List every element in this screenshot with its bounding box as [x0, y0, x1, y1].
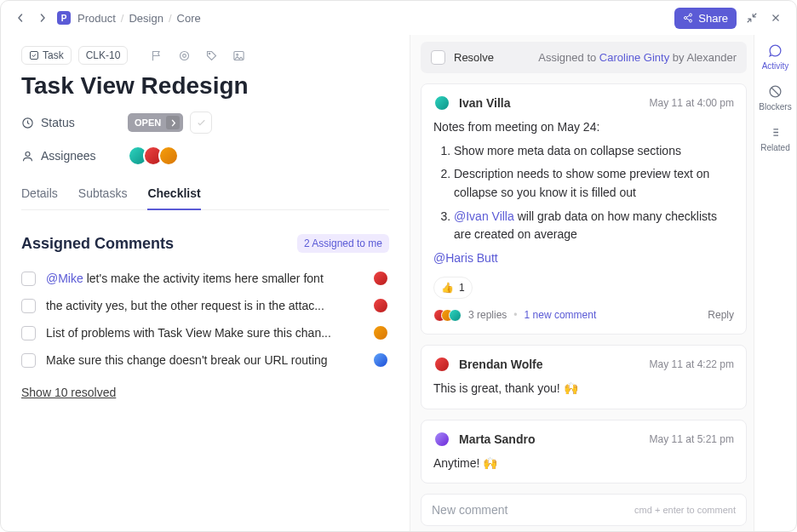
checkbox[interactable] [21, 299, 36, 313]
comment-card: Marta Sandro May 11 at 5:21 pm Anytime! … [421, 420, 747, 484]
assigned-count-badge[interactable]: 2 Assigned to me [297, 234, 389, 253]
crumb-product[interactable]: Product [77, 12, 116, 25]
assignee-avatars[interactable] [128, 146, 179, 166]
comment-list: Show more meta data on collapse sections… [433, 142, 734, 244]
nav-back[interactable] [13, 10, 28, 26]
svg-point-4 [180, 51, 188, 60]
task-type-pill[interactable]: Task [21, 46, 72, 65]
assigned-comments-heading: Assigned Comments [21, 235, 174, 253]
breadcrumb[interactable]: Product / Design / Core [77, 12, 201, 25]
new-comment-link[interactable]: 1 new comment [525, 307, 597, 323]
avatar[interactable] [433, 356, 450, 373]
show-resolved-link[interactable]: Show 10 resolved [21, 386, 116, 399]
comment-author[interactable]: Marta Sandro [459, 432, 535, 446]
compose-placeholder: New comment [432, 503, 507, 517]
comment-time: May 11 at 5:21 pm [650, 433, 734, 445]
checkbox[interactable] [21, 353, 36, 368]
status-next-icon[interactable] [166, 116, 180, 129]
resolve-bar: Resolve Assigned to Caroline Ginty by Al… [421, 42, 747, 73]
crumb-core[interactable]: Core [177, 12, 201, 25]
resolve-checkbox[interactable] [431, 50, 445, 65]
rail-related[interactable]: Related [760, 125, 789, 152]
assignees-label: Assignees [21, 149, 128, 163]
svg-point-1 [685, 17, 687, 20]
dependency-icon[interactable] [174, 45, 194, 66]
reaction-emoji: 👍 [441, 280, 454, 296]
rail-blockers[interactable]: Blockers [759, 84, 791, 112]
avatar[interactable] [158, 146, 179, 166]
comment-time: May 11 at 4:00 pm [650, 97, 734, 109]
close-icon[interactable] [767, 9, 784, 26]
checklist-text: @Mike let's make the activity items here… [46, 272, 367, 285]
nav-forward[interactable] [35, 10, 50, 26]
svg-point-5 [183, 54, 186, 57]
avatar[interactable] [372, 352, 389, 369]
mention[interactable]: @Haris Butt [433, 249, 734, 268]
mention[interactable]: @Ivan Villa [454, 209, 514, 223]
tag-icon[interactable] [201, 45, 221, 66]
comment-author[interactable]: Brendan Wolfe [459, 358, 543, 371]
status-confirm-box[interactable] [190, 112, 212, 134]
svg-point-0 [690, 14, 692, 16]
avatar[interactable] [433, 94, 450, 112]
share-label: Share [698, 12, 728, 25]
status-label: Status [21, 116, 128, 129]
reaction-count: 1 [459, 280, 465, 296]
tab-subtasks[interactable]: Subtasks [78, 178, 128, 209]
svg-point-10 [26, 152, 30, 156]
flag-icon[interactable] [146, 45, 167, 66]
minimize-icon[interactable] [743, 9, 760, 26]
thread-avatars[interactable] [433, 309, 462, 322]
comment-card: Ivan Villa May 11 at 4:00 pm Notes from … [421, 83, 747, 335]
replies-count[interactable]: 3 replies [468, 307, 507, 323]
comment-author[interactable]: Ivan Villa [459, 96, 510, 110]
resolve-label: Resolve [454, 51, 494, 64]
checklist-row[interactable]: the activity yes, but the other request … [21, 292, 389, 319]
new-comment-input[interactable]: New comment cmd + enter to comment [421, 494, 747, 526]
svg-point-6 [209, 53, 210, 54]
checklist-text: List of problems with Task View Make sur… [46, 326, 367, 340]
svg-rect-3 [31, 52, 38, 60]
rail-activity[interactable]: Activity [762, 43, 789, 71]
compose-hint: cmd + enter to comment [634, 505, 736, 515]
reaction[interactable]: 👍 1 [433, 277, 473, 300]
crumb-design[interactable]: Design [129, 12, 163, 25]
reply-button[interactable]: Reply [708, 307, 734, 323]
checklist-text: Make sure this change doesn't break our … [46, 353, 367, 367]
task-id-pill[interactable]: CLK-10 [78, 46, 129, 65]
svg-point-2 [690, 20, 692, 22]
checklist-row[interactable]: @Mike let's make the activity items here… [21, 265, 389, 292]
tab-checklist[interactable]: Checklist [147, 178, 200, 210]
image-icon[interactable] [228, 45, 249, 66]
comment-body: This is great, thank you! 🙌 [433, 380, 734, 398]
status-chip[interactable]: OPEN [128, 113, 183, 132]
page-title: Task View Redesign [21, 72, 389, 100]
checklist-row[interactable]: Make sure this change doesn't break our … [21, 346, 389, 374]
avatar[interactable] [372, 297, 389, 314]
assigned-to-link[interactable]: Caroline Ginty [599, 51, 669, 64]
checkbox[interactable] [21, 272, 36, 286]
avatar[interactable] [433, 431, 450, 448]
avatar[interactable] [372, 270, 389, 287]
checklist-text: the activity yes, but the other request … [46, 299, 367, 312]
svg-point-8 [237, 54, 238, 55]
comment-time: May 11 at 4:22 pm [650, 358, 734, 370]
comment-card: Brendan Wolfe May 11 at 4:22 pm This is … [421, 345, 747, 409]
avatar[interactable] [372, 324, 389, 341]
comment-body: Anytime! 🙌 [433, 455, 734, 473]
share-button[interactable]: Share [674, 8, 737, 29]
tab-details[interactable]: Details [21, 178, 58, 209]
comment-intro: Notes from meeting on May 24: [433, 118, 734, 137]
project-badge[interactable]: P [57, 11, 71, 25]
checklist-row[interactable]: List of problems with Task View Make sur… [21, 319, 389, 346]
checkbox[interactable] [21, 326, 36, 340]
